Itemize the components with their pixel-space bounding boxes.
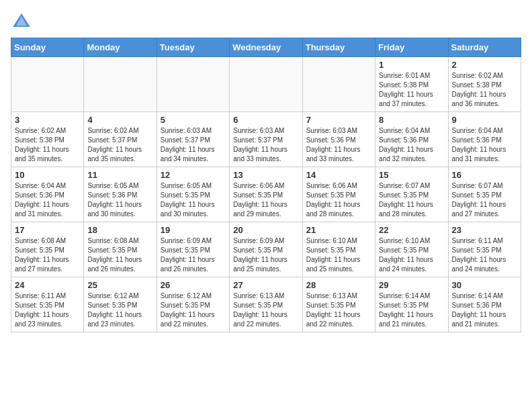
logo-icon: [11, 11, 32, 32]
day-info: Sunrise: 6:05 AM Sunset: 5:35 PM Dayligh…: [161, 181, 226, 219]
day-number: 22: [379, 225, 444, 235]
calendar-cell: 22Sunrise: 6:10 AM Sunset: 5:35 PM Dayli…: [375, 222, 448, 277]
calendar-cell: [230, 57, 302, 112]
day-info: Sunrise: 6:12 AM Sunset: 5:35 PM Dayligh…: [161, 291, 226, 329]
day-number: 10: [15, 170, 80, 180]
day-number: 13: [233, 170, 298, 180]
day-info: Sunrise: 6:04 AM Sunset: 5:36 PM Dayligh…: [15, 181, 80, 219]
day-info: Sunrise: 6:03 AM Sunset: 5:36 PM Dayligh…: [306, 126, 371, 164]
weekday-header-tuesday: Tuesday: [157, 38, 229, 57]
day-info: Sunrise: 6:06 AM Sunset: 5:35 PM Dayligh…: [306, 181, 371, 219]
day-number: 4: [87, 115, 152, 125]
calendar-cell: 30Sunrise: 6:14 AM Sunset: 5:36 PM Dayli…: [448, 277, 521, 332]
calendar-cell: 13Sunrise: 6:06 AM Sunset: 5:35 PM Dayli…: [230, 167, 302, 222]
day-info: Sunrise: 6:08 AM Sunset: 5:35 PM Dayligh…: [15, 236, 80, 274]
page-header: [11, 11, 521, 32]
day-number: 7: [306, 115, 371, 125]
calendar-week-5: 24Sunrise: 6:11 AM Sunset: 5:35 PM Dayli…: [11, 277, 521, 332]
day-info: Sunrise: 6:06 AM Sunset: 5:35 PM Dayligh…: [233, 181, 298, 219]
calendar-cell: 24Sunrise: 6:11 AM Sunset: 5:35 PM Dayli…: [11, 277, 84, 332]
calendar-cell: 29Sunrise: 6:14 AM Sunset: 5:35 PM Dayli…: [375, 277, 448, 332]
day-info: Sunrise: 6:13 AM Sunset: 5:35 PM Dayligh…: [306, 291, 371, 329]
calendar-cell: 7Sunrise: 6:03 AM Sunset: 5:36 PM Daylig…: [302, 112, 375, 167]
day-info: Sunrise: 6:04 AM Sunset: 5:36 PM Dayligh…: [379, 126, 444, 164]
calendar-cell: 16Sunrise: 6:07 AM Sunset: 5:35 PM Dayli…: [448, 167, 521, 222]
day-number: 5: [161, 115, 226, 125]
day-info: Sunrise: 6:11 AM Sunset: 5:35 PM Dayligh…: [452, 236, 517, 274]
weekday-header-wednesday: Wednesday: [230, 38, 302, 57]
day-info: Sunrise: 6:08 AM Sunset: 5:35 PM Dayligh…: [87, 236, 152, 274]
day-number: 17: [15, 225, 80, 235]
day-number: 3: [15, 115, 80, 125]
weekday-header-saturday: Saturday: [448, 38, 521, 57]
calendar-cell: [84, 57, 157, 112]
day-info: Sunrise: 6:04 AM Sunset: 5:36 PM Dayligh…: [452, 126, 517, 164]
day-number: 6: [233, 115, 298, 125]
day-info: Sunrise: 6:03 AM Sunset: 5:37 PM Dayligh…: [233, 126, 298, 164]
day-info: Sunrise: 6:02 AM Sunset: 5:37 PM Dayligh…: [87, 126, 152, 164]
calendar-week-1: 1Sunrise: 6:01 AM Sunset: 5:38 PM Daylig…: [11, 57, 521, 112]
day-info: Sunrise: 6:13 AM Sunset: 5:35 PM Dayligh…: [233, 291, 298, 329]
day-number: 30: [452, 280, 517, 290]
weekday-header-thursday: Thursday: [302, 38, 375, 57]
weekday-header-row: SundayMondayTuesdayWednesdayThursdayFrid…: [11, 38, 521, 57]
day-info: Sunrise: 6:12 AM Sunset: 5:35 PM Dayligh…: [87, 291, 152, 329]
weekday-header-friday: Friday: [375, 38, 448, 57]
day-number: 11: [87, 170, 152, 180]
calendar-cell: 19Sunrise: 6:09 AM Sunset: 5:35 PM Dayli…: [157, 222, 229, 277]
calendar-cell: [302, 57, 375, 112]
day-number: 14: [306, 170, 371, 180]
calendar-cell: 21Sunrise: 6:10 AM Sunset: 5:35 PM Dayli…: [302, 222, 375, 277]
calendar-cell: 12Sunrise: 6:05 AM Sunset: 5:35 PM Dayli…: [157, 167, 229, 222]
day-info: Sunrise: 6:09 AM Sunset: 5:35 PM Dayligh…: [233, 236, 298, 274]
day-info: Sunrise: 6:07 AM Sunset: 5:35 PM Dayligh…: [452, 181, 517, 219]
calendar-cell: 23Sunrise: 6:11 AM Sunset: 5:35 PM Dayli…: [448, 222, 521, 277]
weekday-header-sunday: Sunday: [11, 38, 84, 57]
calendar-week-2: 3Sunrise: 6:02 AM Sunset: 5:38 PM Daylig…: [11, 112, 521, 167]
logo: [11, 11, 35, 32]
calendar-cell: [157, 57, 229, 112]
day-info: Sunrise: 6:10 AM Sunset: 5:35 PM Dayligh…: [379, 236, 444, 274]
day-number: 25: [87, 280, 152, 290]
day-info: Sunrise: 6:02 AM Sunset: 5:38 PM Dayligh…: [452, 71, 517, 109]
calendar-cell: 26Sunrise: 6:12 AM Sunset: 5:35 PM Dayli…: [157, 277, 229, 332]
day-number: 18: [87, 225, 152, 235]
day-info: Sunrise: 6:10 AM Sunset: 5:35 PM Dayligh…: [306, 236, 371, 274]
day-number: 2: [452, 60, 517, 70]
calendar-cell: 15Sunrise: 6:07 AM Sunset: 5:35 PM Dayli…: [375, 167, 448, 222]
calendar-cell: 17Sunrise: 6:08 AM Sunset: 5:35 PM Dayli…: [11, 222, 84, 277]
day-info: Sunrise: 6:03 AM Sunset: 5:37 PM Dayligh…: [161, 126, 226, 164]
calendar-cell: 9Sunrise: 6:04 AM Sunset: 5:36 PM Daylig…: [448, 112, 521, 167]
calendar-cell: 8Sunrise: 6:04 AM Sunset: 5:36 PM Daylig…: [375, 112, 448, 167]
day-number: 9: [452, 115, 517, 125]
day-number: 20: [233, 225, 298, 235]
day-number: 24: [15, 280, 80, 290]
calendar-cell: 10Sunrise: 6:04 AM Sunset: 5:36 PM Dayli…: [11, 167, 84, 222]
day-number: 23: [452, 225, 517, 235]
calendar-week-4: 17Sunrise: 6:08 AM Sunset: 5:35 PM Dayli…: [11, 222, 521, 277]
day-number: 27: [233, 280, 298, 290]
day-number: 8: [379, 115, 444, 125]
calendar-cell: 28Sunrise: 6:13 AM Sunset: 5:35 PM Dayli…: [302, 277, 375, 332]
calendar-cell: 27Sunrise: 6:13 AM Sunset: 5:35 PM Dayli…: [230, 277, 302, 332]
day-info: Sunrise: 6:01 AM Sunset: 5:38 PM Dayligh…: [379, 71, 444, 109]
calendar-cell: 2Sunrise: 6:02 AM Sunset: 5:38 PM Daylig…: [448, 57, 521, 112]
weekday-header-monday: Monday: [84, 38, 157, 57]
day-number: 29: [379, 280, 444, 290]
day-info: Sunrise: 6:02 AM Sunset: 5:38 PM Dayligh…: [15, 126, 80, 164]
day-info: Sunrise: 6:07 AM Sunset: 5:35 PM Dayligh…: [379, 181, 444, 219]
day-number: 12: [161, 170, 226, 180]
day-info: Sunrise: 6:11 AM Sunset: 5:35 PM Dayligh…: [15, 291, 80, 329]
day-info: Sunrise: 6:14 AM Sunset: 5:36 PM Dayligh…: [452, 291, 517, 329]
day-number: 19: [161, 225, 226, 235]
calendar-cell: 3Sunrise: 6:02 AM Sunset: 5:38 PM Daylig…: [11, 112, 84, 167]
day-info: Sunrise: 6:09 AM Sunset: 5:35 PM Dayligh…: [161, 236, 226, 274]
day-number: 21: [306, 225, 371, 235]
calendar-cell: 4Sunrise: 6:02 AM Sunset: 5:37 PM Daylig…: [84, 112, 157, 167]
calendar-cell: [11, 57, 84, 112]
day-number: 16: [452, 170, 517, 180]
calendar-cell: 25Sunrise: 6:12 AM Sunset: 5:35 PM Dayli…: [84, 277, 157, 332]
day-info: Sunrise: 6:14 AM Sunset: 5:35 PM Dayligh…: [379, 291, 444, 329]
calendar-cell: 6Sunrise: 6:03 AM Sunset: 5:37 PM Daylig…: [230, 112, 302, 167]
calendar-cell: 18Sunrise: 6:08 AM Sunset: 5:35 PM Dayli…: [84, 222, 157, 277]
